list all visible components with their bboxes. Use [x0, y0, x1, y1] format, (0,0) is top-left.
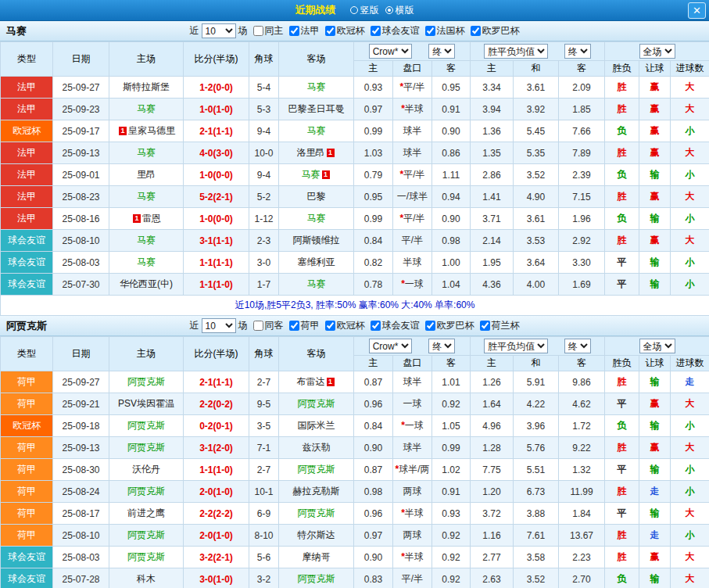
home-team-cell: 马赛: [109, 230, 184, 252]
filter-checkbox[interactable]: [480, 321, 490, 331]
league-type-cell: 法甲: [1, 164, 53, 186]
handicap-away-odds-cell: 0.98: [432, 230, 471, 252]
horizontal-layout-radio[interactable]: [385, 6, 393, 14]
filter-法国杯[interactable]: 法国杯: [425, 24, 465, 38]
handicap-final-select[interactable]: 终: [428, 339, 455, 353]
goals-result-cell: 大: [671, 142, 709, 164]
date-cell: 25-08-17: [53, 503, 109, 525]
bookmaker-select[interactable]: Crow*: [369, 339, 412, 353]
handicap-away-odds-cell: 0.90: [432, 208, 471, 230]
filter-同客[interactable]: 同客: [253, 319, 284, 332]
filter-球会友谊[interactable]: 球会友谊: [371, 24, 420, 38]
match-count-select[interactable]: 10: [202, 318, 236, 333]
handicap-result-cell: 赢: [639, 393, 671, 415]
lose-odds-cell: 1.96: [559, 208, 605, 230]
goals-result-cell: 小: [671, 274, 709, 296]
match-row: 荷甲25-08-24阿贾克斯2-0(1-0)10-1赫拉克勒斯0.98两球0.9…: [1, 481, 709, 503]
team-label: 阿贾克斯: [298, 398, 335, 409]
filter-荷甲[interactable]: 荷甲: [289, 319, 320, 332]
avg-select[interactable]: 胜平负均值: [484, 339, 548, 353]
handicap-home-odds-cell: 0.97: [354, 99, 393, 120]
handicap-result-cell: 走: [639, 525, 671, 547]
filter-checkbox[interactable]: [371, 321, 381, 331]
avg-select[interactable]: 胜平负均值: [484, 44, 548, 59]
live-handicap-star: *: [399, 81, 403, 92]
score-cell: 1-0(0-0): [184, 208, 249, 230]
date-cell: 25-08-03: [53, 252, 109, 274]
draw-odds-cell: 3.53: [514, 230, 559, 252]
goals-result-cell: 小: [671, 164, 709, 186]
filter-欧冠杯[interactable]: 欧冠杯: [325, 24, 365, 38]
lose-odds-cell: 2.23: [559, 547, 605, 568]
filter-checkbox[interactable]: [425, 321, 435, 331]
filter-checkbox[interactable]: [471, 26, 481, 36]
match-row: 荷甲25-09-27阿贾克斯2-1(1-1)2-7布雷达10.87球半1.011…: [1, 371, 709, 393]
filter-球会友谊[interactable]: 球会友谊: [371, 319, 420, 332]
filter-欧罗巴杯[interactable]: 欧罗巴杯: [425, 319, 474, 332]
team-label: 洛里昂: [297, 147, 325, 158]
filter-欧冠杯[interactable]: 欧冠杯: [325, 319, 365, 332]
filter-欧罗巴杯[interactable]: 欧罗巴杯: [471, 24, 520, 38]
bookmaker-select[interactable]: Crow*: [369, 44, 412, 59]
score-cell: 1-1(1-0): [184, 274, 249, 296]
goals-result-cell: 大: [671, 77, 709, 99]
handicap-away-odds-cell: 1.02: [432, 459, 471, 481]
filter-checkbox[interactable]: [289, 321, 299, 331]
handicap-result-cell: 赢: [639, 77, 671, 99]
scope-select[interactable]: 全场: [639, 339, 675, 353]
filter-checkbox[interactable]: [253, 321, 263, 331]
date-cell: 25-09-18: [53, 415, 109, 437]
topbar-center: 近期战绩 竖版 横版: [295, 3, 414, 17]
match-row: 球会友谊25-07-28科木3-0(1-0)3-2阿贾克斯0.83平/半0.92…: [1, 568, 709, 588]
league-type-cell: 球会友谊: [1, 568, 53, 588]
away-team-cell: 巴黎: [279, 186, 354, 208]
lose-odds-cell: 7.66: [559, 120, 605, 142]
filter-同主[interactable]: 同主: [253, 24, 284, 38]
score-cell: 3-0(1-0): [184, 568, 249, 588]
match-row: 荷甲25-09-21PSV埃因霍温2-2(0-2)9-5阿贾克斯0.96一球0.…: [1, 393, 709, 415]
handicap-odds-header: Crow* 终: [354, 42, 471, 61]
col-corner: 角球: [249, 337, 279, 371]
handicap-away-odds-cell: 0.90: [432, 120, 471, 142]
filter-荷兰杯[interactable]: 荷兰杯: [480, 319, 520, 332]
close-icon[interactable]: ✕: [688, 2, 706, 19]
team-label: 华伦西亚(中): [120, 278, 173, 289]
filter-checkbox[interactable]: [253, 26, 263, 36]
handicap-final-select[interactable]: 终: [428, 44, 455, 59]
result-cell: 平: [605, 393, 639, 415]
win-odds-cell: 1.20: [471, 481, 514, 503]
date-cell: 25-09-27: [53, 77, 109, 99]
col-handicap-result: 让球: [639, 61, 671, 77]
home-team-cell: 1雷恩: [109, 208, 184, 230]
win-odds-cell: 1.26: [471, 371, 514, 393]
match-row: 球会友谊25-07-30华伦西亚(中)1-1(1-0)1-7马赛0.78*一球1…: [1, 274, 709, 296]
draw-odds-cell: 5.45: [514, 120, 559, 142]
result-cell: 胜: [605, 547, 639, 568]
filter-checkbox[interactable]: [325, 26, 335, 36]
match-row: 荷甲25-08-30沃伦丹1-1(1-0)2-7阿贾克斯0.87*球半/两1.0…: [1, 459, 709, 481]
filter-checkbox[interactable]: [325, 321, 335, 331]
vertical-layout-label[interactable]: 竖版: [360, 4, 379, 17]
filter-法甲[interactable]: 法甲: [289, 24, 320, 38]
horizontal-layout-label[interactable]: 横版: [396, 4, 414, 17]
date-cell: 25-08-16: [53, 208, 109, 230]
handicap-cell: *半球: [393, 547, 432, 568]
league-type-cell: 欧冠杯: [1, 415, 53, 437]
filter-checkbox[interactable]: [425, 26, 435, 36]
handicap-cell: *平/半: [393, 77, 432, 99]
lose-odds-cell: 11.99: [559, 481, 605, 503]
avg-final-select[interactable]: 终: [564, 339, 591, 353]
filter-checkbox[interactable]: [289, 26, 299, 36]
handicap-result-cell: 输: [639, 568, 671, 588]
filter-checkbox[interactable]: [371, 26, 381, 36]
scope-header: 全场: [605, 42, 709, 61]
away-team-cell: 特尔斯达: [279, 525, 354, 547]
avg-final-select[interactable]: 终: [564, 44, 591, 59]
result-cell: 胜: [605, 481, 639, 503]
scope-select[interactable]: 全场: [639, 44, 675, 59]
results-body: 荷甲25-09-27阿贾克斯2-1(1-1)2-7布雷达10.87球半1.011…: [1, 371, 709, 588]
col-date: 日期: [53, 337, 109, 371]
vertical-layout-radio[interactable]: [350, 6, 358, 14]
home-team-cell: 沃伦丹: [109, 459, 184, 481]
match-count-select[interactable]: 10: [202, 23, 236, 38]
